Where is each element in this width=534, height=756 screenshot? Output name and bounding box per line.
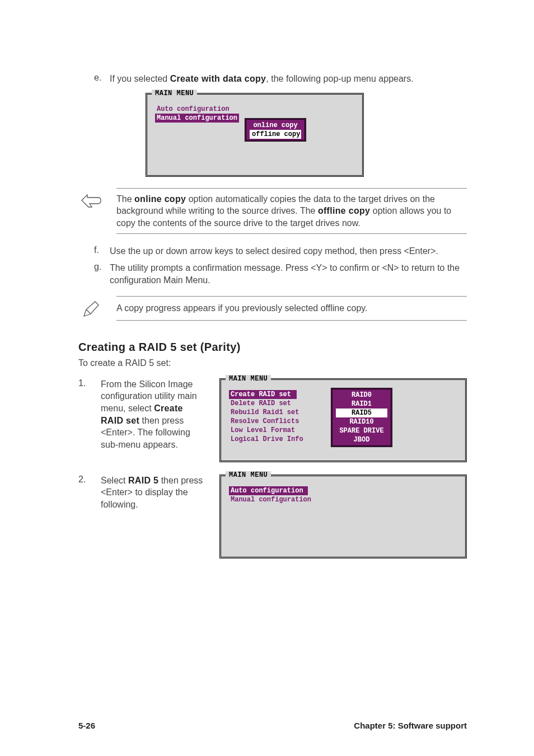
- note-online-offline: The online copy option automatically cop…: [78, 188, 467, 234]
- step-f: f. Use the up or down arrow keys to sele…: [94, 245, 467, 257]
- submenu-item: RAID0: [336, 391, 387, 400]
- submenu-item: RAID10: [336, 417, 387, 426]
- section-heading: Creating a RAID 5 set (Parity): [78, 341, 467, 354]
- main-menu-box: MAIN MENU Create RAID set Delete RAID se…: [219, 378, 467, 462]
- menu-item: Delete RAID set: [229, 399, 305, 408]
- step-body: From the Silicon Image configuration uti…: [101, 378, 207, 451]
- submenu-item: RAID1: [336, 400, 387, 408]
- submenu-item-highlight: offline copy: [250, 130, 301, 139]
- step-letter: g.: [94, 262, 110, 286]
- text: The: [116, 194, 134, 204]
- bold-text: Create with data copy: [170, 74, 266, 83]
- page-footer: 5-26 Chapter 5: Software support: [0, 721, 534, 730]
- submenu-item-highlight: RAID5: [336, 408, 387, 417]
- main-menu-box: MAIN MENU Auto configuration Manual conf…: [146, 93, 364, 177]
- bold-text: RAID 5: [128, 476, 158, 485]
- bold-text: online copy: [134, 194, 186, 204]
- step-body: Select RAID 5 then press <Enter> to disp…: [101, 475, 207, 511]
- menu-title: MAIN MENU: [152, 90, 197, 97]
- text: Select: [101, 476, 128, 485]
- submenu-copy: online copy offline copy: [245, 118, 306, 142]
- text: If you selected: [110, 74, 170, 83]
- submenu-item: online copy: [250, 121, 301, 130]
- main-menu-box: MAIN MENU Auto configuration Manual conf…: [219, 475, 467, 558]
- note-progress: A copy progress appears if you previousl…: [78, 296, 467, 321]
- text: , the following pop-up menu appears.: [266, 74, 413, 83]
- menu-container-3: MAIN MENU Auto configuration Manual conf…: [219, 475, 467, 558]
- page-number: 5-26: [78, 721, 95, 730]
- bold-text: offline copy: [318, 206, 370, 215]
- submenu-raid: RAID0 RAID1 RAID5 RAID10 SPARE DRIVE JBO…: [331, 388, 392, 447]
- menu-item-selected: Auto configuration: [229, 486, 308, 495]
- menu-item: Auto configuration: [155, 105, 354, 114]
- submenu-item: JBOD: [336, 435, 387, 444]
- step-g: g. The utility prompts a confirmation me…: [94, 262, 467, 286]
- menu-title: MAIN MENU: [226, 471, 271, 479]
- menu-item: Low Level Format: [229, 426, 305, 435]
- menu-item: Manual configuration: [229, 495, 457, 504]
- pencil-icon: [78, 296, 103, 320]
- submenu-item: SPARE DRIVE: [336, 426, 387, 435]
- note-text: The online copy option automatically cop…: [116, 188, 467, 234]
- step-number: 1.: [78, 378, 101, 451]
- step-body: If you selected Create with data copy, t…: [110, 73, 467, 85]
- chapter-title: Chapter 5: Software support: [354, 721, 467, 730]
- menu-container-2: MAIN MENU Create RAID set Delete RAID se…: [219, 378, 467, 462]
- step-number: 2.: [78, 475, 101, 511]
- menu-item-selected: Create RAID set: [229, 390, 297, 399]
- step-letter: f.: [94, 245, 110, 257]
- step-e: e. If you selected Create with data copy…: [94, 73, 467, 85]
- step-body: Use the up or down arrow keys to select …: [110, 245, 467, 257]
- step-letter: e.: [94, 73, 110, 85]
- menu-title: MAIN MENU: [226, 375, 271, 383]
- step-2-row: 2. Select RAID 5 then press <Enter> to d…: [78, 475, 467, 558]
- menu-item: Resolve Conflicts: [229, 417, 305, 426]
- menu-container-1: MAIN MENU Auto configuration Manual conf…: [146, 93, 364, 177]
- step-1: 1. From the Silicon Image configuration …: [78, 378, 207, 462]
- note-text: A copy progress appears if you previousl…: [116, 296, 467, 321]
- menu-item: Rebuild Raid1 set: [229, 408, 305, 417]
- menu-item-selected: Manual configuration: [155, 114, 239, 123]
- step-body: The utility prompts a confirmation messa…: [110, 262, 467, 286]
- step-1-row: 1. From the Silicon Image configuration …: [78, 378, 467, 462]
- menu-item: Logical Drive Info: [229, 435, 305, 444]
- section-intro: To create a RAID 5 set:: [78, 358, 467, 368]
- step-2: 2. Select RAID 5 then press <Enter> to d…: [78, 475, 207, 558]
- hand-icon: [78, 188, 103, 210]
